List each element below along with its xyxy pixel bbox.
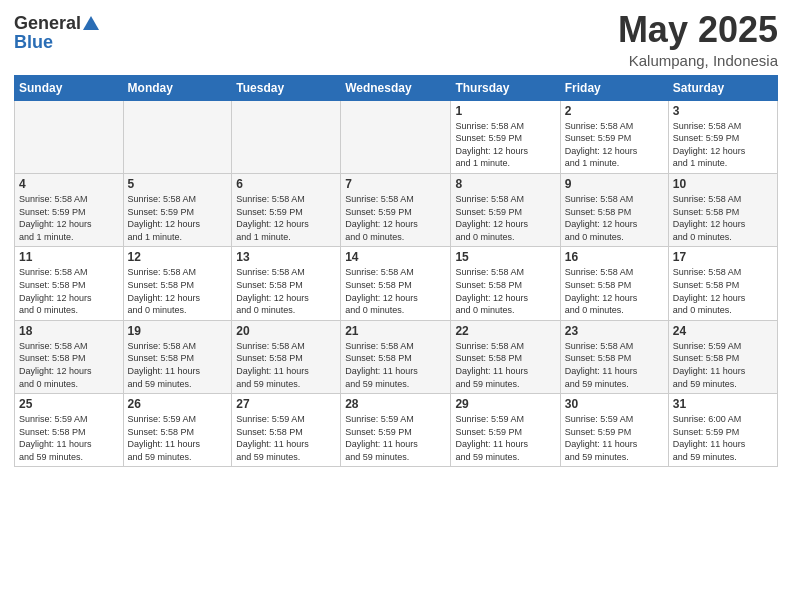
calendar-cell: 3Sunrise: 5:58 AM Sunset: 5:59 PM Daylig… [668, 100, 777, 173]
day-number: 3 [673, 104, 773, 118]
calendar-cell: 24Sunrise: 5:59 AM Sunset: 5:58 PM Dayli… [668, 320, 777, 393]
calendar-cell: 28Sunrise: 5:59 AM Sunset: 5:59 PM Dayli… [341, 394, 451, 467]
header: General Blue May 2025 Kalumpang, Indones… [14, 10, 778, 69]
day-info: Sunrise: 6:00 AM Sunset: 5:59 PM Dayligh… [673, 413, 773, 463]
calendar-cell: 1Sunrise: 5:58 AM Sunset: 5:59 PM Daylig… [451, 100, 560, 173]
calendar-cell: 29Sunrise: 5:59 AM Sunset: 5:59 PM Dayli… [451, 394, 560, 467]
calendar-cell: 30Sunrise: 5:59 AM Sunset: 5:59 PM Dayli… [560, 394, 668, 467]
day-info: Sunrise: 5:58 AM Sunset: 5:58 PM Dayligh… [455, 266, 555, 316]
day-number: 18 [19, 324, 119, 338]
location: Kalumpang, Indonesia [618, 52, 778, 69]
day-number: 27 [236, 397, 336, 411]
calendar: SundayMondayTuesdayWednesdayThursdayFrid… [14, 75, 778, 468]
calendar-cell: 19Sunrise: 5:58 AM Sunset: 5:58 PM Dayli… [123, 320, 232, 393]
day-info: Sunrise: 5:59 AM Sunset: 5:59 PM Dayligh… [345, 413, 446, 463]
month-title: May 2025 [618, 10, 778, 50]
calendar-cell: 15Sunrise: 5:58 AM Sunset: 5:58 PM Dayli… [451, 247, 560, 320]
calendar-cell: 20Sunrise: 5:58 AM Sunset: 5:58 PM Dayli… [232, 320, 341, 393]
calendar-week-row: 1Sunrise: 5:58 AM Sunset: 5:59 PM Daylig… [15, 100, 778, 173]
day-info: Sunrise: 5:58 AM Sunset: 5:59 PM Dayligh… [19, 193, 119, 243]
calendar-cell: 13Sunrise: 5:58 AM Sunset: 5:58 PM Dayli… [232, 247, 341, 320]
logo-blue-text: Blue [14, 32, 53, 53]
calendar-week-row: 4Sunrise: 5:58 AM Sunset: 5:59 PM Daylig… [15, 173, 778, 246]
calendar-cell [15, 100, 124, 173]
day-number: 4 [19, 177, 119, 191]
day-number: 15 [455, 250, 555, 264]
day-info: Sunrise: 5:58 AM Sunset: 5:58 PM Dayligh… [345, 266, 446, 316]
day-info: Sunrise: 5:58 AM Sunset: 5:58 PM Dayligh… [236, 266, 336, 316]
day-info: Sunrise: 5:58 AM Sunset: 5:59 PM Dayligh… [236, 193, 336, 243]
day-number: 5 [128, 177, 228, 191]
day-number: 19 [128, 324, 228, 338]
calendar-cell [123, 100, 232, 173]
calendar-cell: 22Sunrise: 5:58 AM Sunset: 5:58 PM Dayli… [451, 320, 560, 393]
calendar-cell: 10Sunrise: 5:58 AM Sunset: 5:58 PM Dayli… [668, 173, 777, 246]
day-number: 8 [455, 177, 555, 191]
calendar-cell: 11Sunrise: 5:58 AM Sunset: 5:58 PM Dayli… [15, 247, 124, 320]
day-info: Sunrise: 5:58 AM Sunset: 5:59 PM Dayligh… [673, 120, 773, 170]
day-number: 28 [345, 397, 446, 411]
day-info: Sunrise: 5:59 AM Sunset: 5:58 PM Dayligh… [128, 413, 228, 463]
calendar-cell: 23Sunrise: 5:58 AM Sunset: 5:58 PM Dayli… [560, 320, 668, 393]
day-info: Sunrise: 5:58 AM Sunset: 5:58 PM Dayligh… [19, 340, 119, 390]
day-number: 30 [565, 397, 664, 411]
day-of-week-header: Wednesday [341, 75, 451, 100]
day-info: Sunrise: 5:58 AM Sunset: 5:58 PM Dayligh… [19, 266, 119, 316]
day-number: 31 [673, 397, 773, 411]
calendar-cell: 18Sunrise: 5:58 AM Sunset: 5:58 PM Dayli… [15, 320, 124, 393]
day-number: 7 [345, 177, 446, 191]
day-info: Sunrise: 5:58 AM Sunset: 5:58 PM Dayligh… [565, 193, 664, 243]
calendar-cell [341, 100, 451, 173]
day-of-week-header: Friday [560, 75, 668, 100]
calendar-cell: 9Sunrise: 5:58 AM Sunset: 5:58 PM Daylig… [560, 173, 668, 246]
calendar-cell: 27Sunrise: 5:59 AM Sunset: 5:58 PM Dayli… [232, 394, 341, 467]
day-info: Sunrise: 5:59 AM Sunset: 5:58 PM Dayligh… [19, 413, 119, 463]
day-info: Sunrise: 5:58 AM Sunset: 5:58 PM Dayligh… [236, 340, 336, 390]
calendar-cell: 5Sunrise: 5:58 AM Sunset: 5:59 PM Daylig… [123, 173, 232, 246]
calendar-cell: 8Sunrise: 5:58 AM Sunset: 5:59 PM Daylig… [451, 173, 560, 246]
day-info: Sunrise: 5:58 AM Sunset: 5:58 PM Dayligh… [455, 340, 555, 390]
calendar-cell: 21Sunrise: 5:58 AM Sunset: 5:58 PM Dayli… [341, 320, 451, 393]
logo-triangle-icon [83, 16, 99, 30]
day-of-week-header: Monday [123, 75, 232, 100]
calendar-header-row: SundayMondayTuesdayWednesdayThursdayFrid… [15, 75, 778, 100]
calendar-cell: 4Sunrise: 5:58 AM Sunset: 5:59 PM Daylig… [15, 173, 124, 246]
calendar-week-row: 18Sunrise: 5:58 AM Sunset: 5:58 PM Dayli… [15, 320, 778, 393]
day-info: Sunrise: 5:58 AM Sunset: 5:59 PM Dayligh… [565, 120, 664, 170]
day-number: 14 [345, 250, 446, 264]
day-number: 10 [673, 177, 773, 191]
day-of-week-header: Sunday [15, 75, 124, 100]
day-number: 1 [455, 104, 555, 118]
day-number: 25 [19, 397, 119, 411]
day-info: Sunrise: 5:59 AM Sunset: 5:59 PM Dayligh… [565, 413, 664, 463]
title-block: May 2025 Kalumpang, Indonesia [618, 10, 778, 69]
calendar-week-row: 25Sunrise: 5:59 AM Sunset: 5:58 PM Dayli… [15, 394, 778, 467]
calendar-cell: 17Sunrise: 5:58 AM Sunset: 5:58 PM Dayli… [668, 247, 777, 320]
day-info: Sunrise: 5:58 AM Sunset: 5:58 PM Dayligh… [565, 266, 664, 316]
day-number: 20 [236, 324, 336, 338]
day-info: Sunrise: 5:59 AM Sunset: 5:59 PM Dayligh… [455, 413, 555, 463]
calendar-week-row: 11Sunrise: 5:58 AM Sunset: 5:58 PM Dayli… [15, 247, 778, 320]
page: General Blue May 2025 Kalumpang, Indones… [0, 0, 792, 612]
day-number: 11 [19, 250, 119, 264]
calendar-cell: 31Sunrise: 6:00 AM Sunset: 5:59 PM Dayli… [668, 394, 777, 467]
day-info: Sunrise: 5:58 AM Sunset: 5:59 PM Dayligh… [128, 193, 228, 243]
calendar-cell: 7Sunrise: 5:58 AM Sunset: 5:59 PM Daylig… [341, 173, 451, 246]
calendar-cell: 14Sunrise: 5:58 AM Sunset: 5:58 PM Dayli… [341, 247, 451, 320]
day-info: Sunrise: 5:58 AM Sunset: 5:58 PM Dayligh… [673, 266, 773, 316]
day-number: 13 [236, 250, 336, 264]
day-number: 6 [236, 177, 336, 191]
day-info: Sunrise: 5:58 AM Sunset: 5:58 PM Dayligh… [565, 340, 664, 390]
day-info: Sunrise: 5:58 AM Sunset: 5:59 PM Dayligh… [455, 193, 555, 243]
day-info: Sunrise: 5:59 AM Sunset: 5:58 PM Dayligh… [673, 340, 773, 390]
day-info: Sunrise: 5:58 AM Sunset: 5:58 PM Dayligh… [128, 340, 228, 390]
calendar-cell: 6Sunrise: 5:58 AM Sunset: 5:59 PM Daylig… [232, 173, 341, 246]
day-of-week-header: Tuesday [232, 75, 341, 100]
day-info: Sunrise: 5:58 AM Sunset: 5:59 PM Dayligh… [345, 193, 446, 243]
day-number: 22 [455, 324, 555, 338]
day-number: 21 [345, 324, 446, 338]
calendar-cell: 16Sunrise: 5:58 AM Sunset: 5:58 PM Dayli… [560, 247, 668, 320]
day-number: 9 [565, 177, 664, 191]
day-number: 23 [565, 324, 664, 338]
day-number: 17 [673, 250, 773, 264]
